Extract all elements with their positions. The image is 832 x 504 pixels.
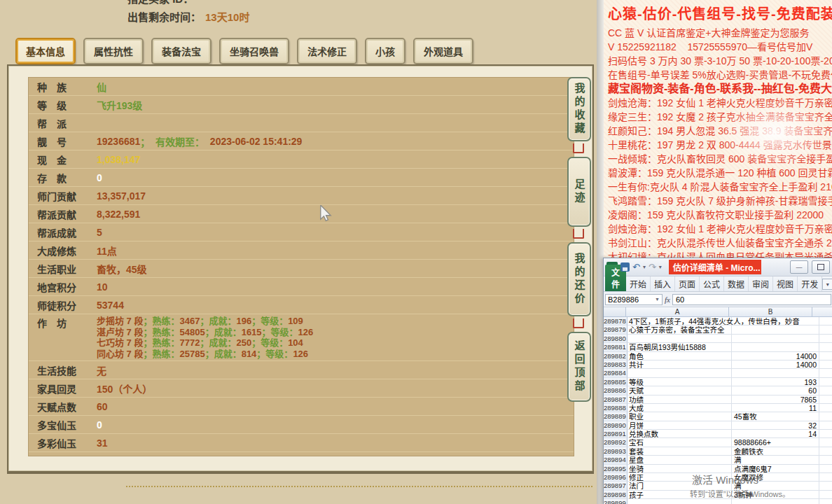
cell-b[interactable] bbox=[732, 343, 819, 351]
cell-c[interactable] bbox=[819, 317, 832, 326]
cell-b[interactable]: 60 bbox=[732, 386, 819, 395]
row-number[interactable]: 289881 bbox=[604, 343, 628, 351]
row-number[interactable]: 289894 bbox=[604, 456, 628, 464]
ribbon-tab[interactable]: 公式 bbox=[700, 276, 724, 291]
cell-a[interactable] bbox=[628, 499, 732, 504]
row-number[interactable]: 289888 bbox=[604, 404, 628, 412]
cell-b[interactable]: 14 bbox=[732, 430, 819, 438]
cell-a[interactable]: 等级 bbox=[628, 378, 732, 386]
row-number[interactable]: 289882 bbox=[604, 352, 628, 360]
cell-b[interactable]: 45畜牧 bbox=[732, 412, 819, 421]
excel-titlebar[interactable]: X ↶▾ ↷▾ 估价详细清单 - Micro... — bbox=[604, 258, 832, 276]
row-number[interactable]: 289886 bbox=[604, 386, 628, 395]
ribbon-tab[interactable]: 开始 bbox=[626, 276, 651, 291]
row-number[interactable]: 289892 bbox=[604, 438, 628, 447]
cell-c[interactable] bbox=[819, 343, 832, 351]
row-number[interactable]: 289899 bbox=[604, 499, 628, 504]
maximize-button[interactable] bbox=[812, 260, 830, 274]
ribbon-tab[interactable]: 插入 bbox=[651, 276, 675, 291]
cell-c[interactable] bbox=[819, 404, 832, 412]
row-number[interactable]: 289878 bbox=[604, 317, 628, 326]
cell-a[interactable]: 职业 bbox=[628, 412, 732, 421]
row-number[interactable]: 289893 bbox=[604, 447, 628, 456]
cell-a[interactable]: 百鸟朝凤193男仙15888 bbox=[628, 343, 732, 351]
cell-a[interactable]: 星盘 bbox=[628, 456, 732, 464]
cell-a[interactable]: 套装 bbox=[628, 447, 732, 456]
cell-c[interactable] bbox=[819, 438, 832, 447]
ribbon-tab[interactable]: 审阅 bbox=[749, 276, 773, 291]
sidebar-button[interactable]: 返回顶部 bbox=[567, 332, 591, 402]
cell-a[interactable] bbox=[628, 335, 732, 343]
cell-a[interactable]: 4下区，1新孩子，44强毒克火女人，传世白骨，妙音 bbox=[628, 317, 732, 326]
tab[interactable]: 装备法宝 bbox=[151, 38, 212, 64]
cell-b[interactable]: 193 bbox=[732, 378, 819, 386]
row-number[interactable]: 289890 bbox=[604, 421, 628, 430]
cell-b[interactable] bbox=[732, 335, 819, 343]
sidebar-button[interactable]: 足迹 bbox=[567, 157, 591, 227]
cell-c[interactable] bbox=[819, 491, 832, 499]
row-number[interactable]: 289885 bbox=[604, 378, 628, 386]
cell-a[interactable]: 月饼 bbox=[628, 421, 732, 430]
cell-a[interactable] bbox=[628, 369, 732, 377]
ribbon-tab[interactable]: 数据 bbox=[724, 276, 749, 291]
cell-b[interactable]: 11 bbox=[732, 404, 819, 412]
cell-a[interactable]: 天赋 bbox=[628, 386, 732, 395]
cell-c[interactable] bbox=[819, 369, 832, 377]
tab[interactable]: 外观道具 bbox=[413, 38, 473, 64]
row-number[interactable]: 289879 bbox=[604, 326, 628, 334]
qat-customize-icon[interactable]: ▾ bbox=[659, 264, 662, 270]
cell-c[interactable] bbox=[819, 378, 832, 386]
cell-b[interactable]: 7865 bbox=[732, 396, 819, 404]
ribbon-tab[interactable]: 页面 bbox=[675, 276, 700, 291]
cell-c[interactable] bbox=[819, 447, 832, 456]
tab[interactable]: 法术修正 bbox=[297, 38, 357, 64]
cell-c[interactable] bbox=[819, 386, 832, 395]
row-number[interactable]: 289895 bbox=[604, 465, 628, 473]
ribbon-tab[interactable]: 开发 bbox=[798, 276, 822, 291]
cell-c[interactable] bbox=[819, 456, 832, 464]
cell-b[interactable] bbox=[732, 326, 819, 334]
column-header-c[interactable] bbox=[812, 307, 832, 316]
row-number[interactable]: 289898 bbox=[604, 491, 628, 499]
save-icon[interactable] bbox=[620, 262, 630, 272]
cell-c[interactable] bbox=[819, 465, 832, 473]
tab[interactable]: 基本信息 bbox=[15, 38, 76, 64]
cell-a[interactable]: 心猿千万亲密，装备宝宝齐全 bbox=[628, 326, 732, 334]
cell-a[interactable]: 功绩 bbox=[628, 396, 732, 404]
cell-c[interactable] bbox=[819, 396, 832, 404]
column-header-b[interactable]: B bbox=[729, 307, 812, 316]
row-number[interactable]: 289887 bbox=[604, 396, 628, 404]
cell-b[interactable] bbox=[732, 369, 819, 377]
sidebar-button[interactable]: 我的收藏 bbox=[567, 77, 591, 141]
name-box[interactable]: B289886▼ bbox=[605, 294, 663, 305]
cell-a[interactable]: 兑换点数 bbox=[628, 430, 732, 438]
cell-b[interactable]: 14000 bbox=[732, 360, 819, 369]
cell-b[interactable] bbox=[732, 499, 819, 504]
tab[interactable]: 小孩 bbox=[365, 38, 405, 64]
row-number[interactable]: 289891 bbox=[604, 430, 628, 438]
cell-b[interactable]: 满 bbox=[732, 456, 819, 464]
cell-c[interactable] bbox=[819, 326, 832, 334]
cell-c[interactable] bbox=[819, 430, 832, 438]
row-number[interactable]: 289880 bbox=[604, 335, 628, 343]
cell-c[interactable] bbox=[819, 473, 832, 482]
row-number[interactable]: 289883 bbox=[604, 360, 628, 369]
row-number[interactable]: 289889 bbox=[604, 412, 628, 421]
tab[interactable]: 属性抗性 bbox=[83, 38, 144, 64]
redo-icon[interactable]: ↷ bbox=[649, 262, 656, 272]
minimize-button[interactable]: — bbox=[790, 260, 808, 274]
cell-c[interactable] bbox=[819, 499, 832, 504]
more-tabs-icon[interactable]: ▾ bbox=[822, 279, 832, 290]
select-all-corner[interactable] bbox=[604, 307, 626, 316]
cell-c[interactable] bbox=[819, 360, 832, 369]
cell-c[interactable] bbox=[819, 421, 832, 430]
tab[interactable]: 坐骑召唤兽 bbox=[219, 38, 289, 64]
cell-a[interactable]: 共计 bbox=[628, 360, 732, 369]
cell-b[interactable]: 98888666+ bbox=[732, 438, 819, 447]
insert-function-icon[interactable]: fx bbox=[665, 295, 670, 304]
row-number[interactable]: 289896 bbox=[604, 473, 628, 482]
cell-a[interactable]: 角色 bbox=[628, 352, 732, 360]
cell-c[interactable] bbox=[819, 352, 832, 360]
cell-c[interactable] bbox=[819, 335, 832, 343]
undo-icon[interactable]: ↶ bbox=[632, 262, 640, 272]
